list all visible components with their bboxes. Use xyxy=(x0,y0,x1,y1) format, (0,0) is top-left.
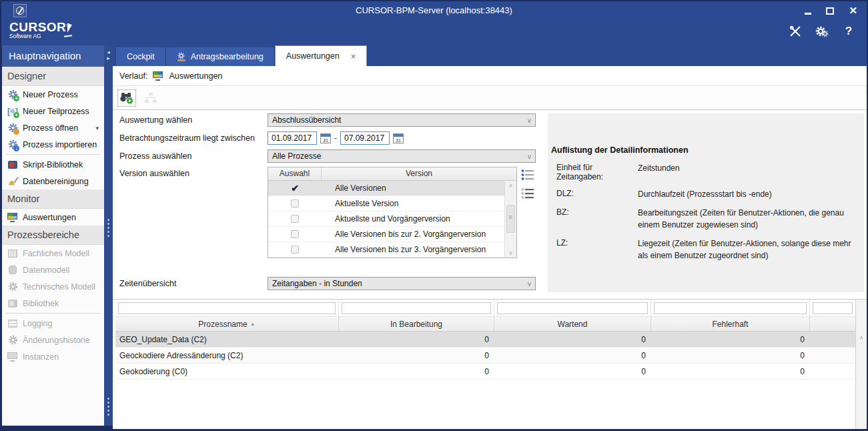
sidebar-item-auswertungen[interactable]: Auswertungen xyxy=(2,209,104,226)
checkbox-unchecked[interactable] xyxy=(291,215,299,223)
detail-term: BZ: xyxy=(551,207,638,231)
column-header-in-bearbeitung[interactable]: In Bearbeitung xyxy=(339,317,494,331)
prozess-select[interactable]: Alle Prozesse ∨ xyxy=(268,149,536,163)
gear-plus-icon: + xyxy=(7,89,18,100)
version-row-label: Alle Versionen bis zur 2. Vorgängerversi… xyxy=(322,230,516,239)
column-label: Prozessname xyxy=(198,320,247,329)
chevron-down-icon: ∨ xyxy=(527,153,532,160)
table-row[interactable]: GEO_Update_Data (C2) 0 0 0 xyxy=(115,332,855,348)
minimize-button[interactable] xyxy=(804,5,811,16)
auswertung-value: Abschlussübersicht xyxy=(272,115,341,125)
table-row[interactable]: Geockodiere Adressänderung (C2) 0 0 0 xyxy=(115,348,855,364)
date-to-input[interactable]: 07.09.2017 xyxy=(340,131,390,145)
checkbox-unchecked[interactable] xyxy=(291,230,299,238)
sidebar-item-skript-bibliothek[interactable]: Skript-Bibliothek xyxy=(2,156,104,173)
tab-close-icon[interactable]: × xyxy=(351,51,356,61)
filter-input-prozessname[interactable] xyxy=(118,302,336,314)
cell-prozessname: Geokodierung (C0) xyxy=(115,367,339,376)
filter-input-extra[interactable] xyxy=(813,302,853,314)
version-row[interactable]: Alle Versionen bis zur 3. Vorgängerversi… xyxy=(268,242,516,258)
checkbox-unchecked[interactable] xyxy=(291,246,299,254)
help-icon[interactable]: ? xyxy=(841,24,856,39)
date-from-input[interactable]: 01.09.2017 xyxy=(268,131,317,145)
sidebar-item-neuer-teilprozess[interactable]: []+ Neuer Teilprozess xyxy=(2,103,104,119)
results-table: Prozessname ▲ In Bearbeitung Wartend Feh… xyxy=(113,299,867,429)
column-header-auswahl[interactable]: Auswahl xyxy=(268,167,322,180)
sidebar: Hauptnavigation Designer + Neuer Prozess… xyxy=(2,45,104,426)
column-header-wartend[interactable]: Wartend xyxy=(494,317,651,331)
cell-wartend: 0 xyxy=(494,367,651,376)
cell-wartend: 0 xyxy=(494,351,651,360)
table-row[interactable]: Geokodierung (C0) 0 0 0 xyxy=(115,364,855,380)
tab-antragsbearbeitung[interactable]: Antragsbearbeitung xyxy=(166,47,275,66)
window-controls: ✕ xyxy=(804,5,857,16)
column-header-version[interactable]: Version xyxy=(322,167,516,180)
sidebar-item-instanzen: Instanzen xyxy=(2,348,104,365)
version-row[interactable]: ✔ Alle Versionen xyxy=(268,181,516,196)
settings-gears-icon[interactable] xyxy=(815,24,829,39)
sidebar-item-logging: Logging xyxy=(2,315,104,332)
date-range-separator: - xyxy=(334,133,337,143)
sidebar-item-label: Neuer Prozess xyxy=(23,90,78,99)
sidebar-section-prozessbereiche[interactable]: Prozessbereiche xyxy=(2,226,104,245)
version-row[interactable]: Alle Versionen bis zur 2. Vorgängerversi… xyxy=(268,227,516,242)
filter-input-in-bearbeitung[interactable] xyxy=(342,302,491,314)
tab-auswertungen[interactable]: Auswertungen × xyxy=(275,45,368,66)
sidebar-item-prozess-importieren[interactable]: ↓ Prozess importieren xyxy=(2,136,104,153)
splitter-collapse-icons[interactable]: ◂▸ xyxy=(104,49,113,61)
checkbox-checked-icon[interactable]: ✔ xyxy=(291,184,299,192)
scroll-down-icon[interactable]: ∨ xyxy=(505,250,516,256)
dropdown-caret-icon[interactable]: ▾ xyxy=(95,125,99,131)
detail-definition: Liegezeit (Zeiten für Benutzer-Aktionen,… xyxy=(638,238,857,262)
business-model-icon xyxy=(7,248,18,259)
sidebar-item-label: Fachliches Modell xyxy=(23,249,89,258)
scroll-up-icon[interactable]: ∧ xyxy=(856,334,867,341)
close-button[interactable]: ✕ xyxy=(849,5,857,16)
sidebar-section-designer[interactable]: Designer xyxy=(2,67,104,86)
sidebar-item-prozess-oeffnen[interactable]: Prozess öffnen ▾ xyxy=(2,119,104,136)
scroll-up-icon[interactable]: ∧ xyxy=(505,182,516,189)
cell-prozessname: Geockodiere Adressänderung (C2) xyxy=(115,351,339,360)
sidebar-item-label: Bibliothek xyxy=(23,299,59,308)
version-row[interactable]: Aktuellste und Vorgängerversion xyxy=(268,211,516,227)
process-hierarchy-button xyxy=(141,89,160,107)
deselect-all-icon[interactable] xyxy=(521,187,534,199)
tools-icon[interactable] xyxy=(788,24,803,39)
sidebar-splitter[interactable]: ◂▸ xyxy=(104,45,113,426)
detail-definition: Durchlaufzeit (Prozessstart bis -ende) xyxy=(638,189,857,200)
checkbox-unchecked[interactable] xyxy=(291,199,299,207)
instances-monitor-icon xyxy=(7,352,18,362)
monitor-chart-icon xyxy=(153,71,163,81)
history-current[interactable]: Auswertungen xyxy=(169,71,222,81)
logo-row: CURSOR® Software AG ? xyxy=(1,20,867,45)
results-scrollbar[interactable]: ∧ xyxy=(855,300,867,429)
column-header-extra[interactable] xyxy=(810,317,855,331)
column-header-prozessname[interactable]: Prozessname ▲ xyxy=(115,317,339,331)
sidebar-section-monitor[interactable]: Monitor xyxy=(2,189,104,209)
scrollbar-thumb[interactable] xyxy=(506,205,515,233)
brand-logo: CURSOR® Software AG xyxy=(9,20,70,39)
maximize-button[interactable] xyxy=(826,5,834,16)
calendar-icon[interactable]: 31 xyxy=(320,133,331,143)
select-all-icon[interactable] xyxy=(521,169,534,181)
version-row[interactable]: Aktuellste Version xyxy=(268,196,516,211)
filter-input-wartend[interactable] xyxy=(497,302,648,314)
zeiten-select[interactable]: Zeitangaben - in Stunden ∨ xyxy=(268,277,536,290)
detail-panel-title: Auflistung der Detailinformationen xyxy=(551,145,857,155)
sidebar-separator xyxy=(6,154,100,155)
sort-asc-icon: ▲ xyxy=(250,321,256,327)
tab-cockpit[interactable]: Cockpit xyxy=(116,47,166,66)
filter-input-fehlerhaft[interactable] xyxy=(654,302,807,314)
sidebar-item-neuer-prozess[interactable]: + Neuer Prozess xyxy=(2,86,104,103)
filter-row xyxy=(115,300,855,317)
script-library-icon xyxy=(7,159,18,170)
calendar-icon[interactable]: 31 xyxy=(393,133,404,143)
sidebar-item-datenbereinigung[interactable]: Datenbereinigung xyxy=(2,173,104,189)
prozess-label: Prozess auswählen xyxy=(119,151,191,161)
chevron-down-icon: ∨ xyxy=(527,280,532,288)
column-header-fehlerhaft[interactable]: Fehlerhaft xyxy=(651,317,810,331)
auswertung-select[interactable]: Abschlussübersicht ∨ xyxy=(268,113,536,127)
run-evaluation-button[interactable] xyxy=(117,89,136,107)
version-scrollbar[interactable]: ∧ ∨ xyxy=(504,181,516,258)
sidebar-item-label: Technisches Modell xyxy=(23,282,95,292)
